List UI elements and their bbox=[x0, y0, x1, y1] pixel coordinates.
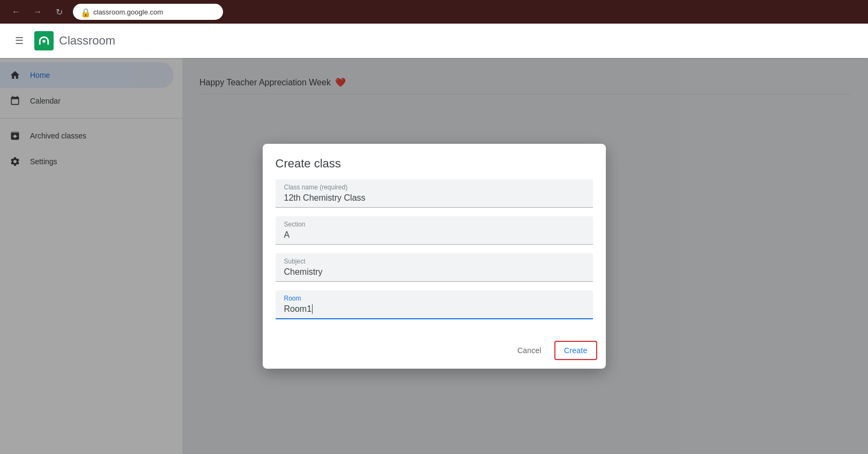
subject-value: Chemistry bbox=[284, 267, 584, 281]
create-button[interactable]: Create bbox=[554, 341, 597, 360]
address-bar[interactable]: 🔒 classroom.google.com bbox=[73, 4, 223, 20]
app-title: Classroom bbox=[59, 34, 115, 48]
app-logo: Classroom bbox=[34, 31, 115, 50]
url-text: classroom.google.com bbox=[93, 8, 163, 16]
browser-chrome: ← → ↻ 🔒 classroom.google.com bbox=[0, 0, 868, 24]
room-value: Room1 bbox=[284, 304, 584, 318]
class-name-value: 12th Chemistry Class bbox=[284, 193, 584, 207]
reload-button[interactable]: ↻ bbox=[51, 4, 66, 19]
back-button[interactable]: ← bbox=[9, 4, 24, 19]
hamburger-menu-button[interactable]: ☰ bbox=[9, 30, 30, 52]
subject-label: Subject bbox=[284, 258, 584, 265]
room-field[interactable]: Room Room1 bbox=[276, 290, 593, 319]
app-header: ☰ Classroom bbox=[0, 24, 868, 58]
cancel-button[interactable]: Cancel bbox=[509, 341, 550, 360]
classroom-logo-icon bbox=[34, 31, 54, 50]
dialog-body: Class name (required) 12th Chemistry Cla… bbox=[263, 179, 606, 336]
modal-overlay: Create class Class name (required) 12th … bbox=[0, 58, 868, 454]
subject-field[interactable]: Subject Chemistry bbox=[276, 253, 593, 282]
section-field[interactable]: Section A bbox=[276, 216, 593, 245]
section-value: A bbox=[284, 230, 584, 244]
hamburger-icon: ☰ bbox=[15, 35, 24, 47]
dialog-title: Create class bbox=[263, 144, 606, 179]
room-label: Room bbox=[284, 295, 584, 302]
class-name-field[interactable]: Class name (required) 12th Chemistry Cla… bbox=[276, 179, 593, 208]
text-cursor bbox=[312, 304, 313, 314]
svg-point-0 bbox=[42, 40, 46, 43]
forward-button[interactable]: → bbox=[30, 4, 45, 19]
dialog-actions: Cancel Create bbox=[263, 336, 606, 369]
favicon: 🔒 bbox=[80, 8, 89, 16]
class-name-label: Class name (required) bbox=[284, 184, 584, 191]
section-label: Section bbox=[284, 221, 584, 228]
create-class-dialog: Create class Class name (required) 12th … bbox=[263, 144, 606, 369]
